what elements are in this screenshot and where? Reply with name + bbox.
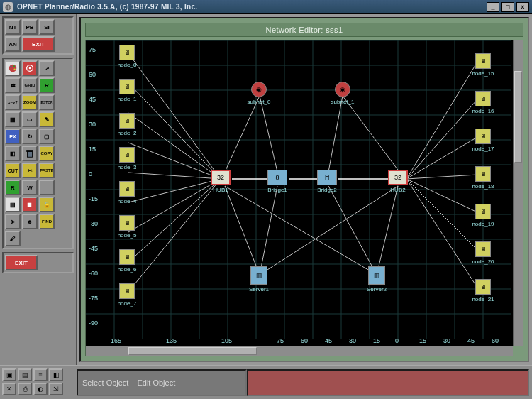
x-tick: -15	[371, 337, 380, 344]
horizontal-scrollbar[interactable]	[86, 346, 513, 356]
scrollbar-thumb[interactable]	[514, 71, 522, 163]
an-button[interactable]: AN	[5, 36, 21, 52]
grid-button[interactable]: GRID	[22, 77, 38, 93]
node-label: node_7	[118, 300, 137, 307]
node-workstation[interactable]: 🖥node_20	[475, 241, 492, 265]
edit-object-label[interactable]: Edit Object	[137, 378, 175, 387]
toolbox-modes: NT PB SI AN EXIT	[2, 16, 74, 55]
node-workstation[interactable]: 🖥node_19	[475, 204, 492, 227]
stop-icon[interactable]: ⏹	[22, 197, 38, 212]
status-print-icon[interactable]: ⎙	[18, 383, 32, 395]
rotate-icon[interactable]: ↻	[22, 129, 38, 144]
node-workstation[interactable]: 🖥node_15	[475, 53, 492, 77]
node-workstation[interactable]: 🖥node_2	[118, 113, 135, 136]
svg-line-57	[406, 175, 477, 179]
x-tick: 30	[443, 337, 450, 344]
exit-mode-button[interactable]: EXIT	[22, 36, 55, 52]
pointer-icon[interactable]: ➤	[5, 214, 21, 229]
nt-button[interactable]: NT	[5, 19, 21, 35]
svg-line-50	[225, 186, 260, 275]
si-button[interactable]: SI	[39, 19, 55, 35]
network-canvas[interactable]: 75604530150-15-30-45-60-75-90 -165-135-1…	[86, 40, 513, 346]
node-workstation[interactable]: 🖥node_17	[475, 129, 492, 152]
window-title: OPNET Planner/Radio 3.5.A, (c) 1987-97 M…	[17, 3, 484, 11]
select-rect-icon[interactable]: ▢	[39, 129, 55, 144]
node-server1[interactable]: ▥ Server1	[250, 266, 267, 293]
status-btn-1[interactable]: ▣	[2, 368, 16, 381]
node-label: node_18	[472, 183, 494, 190]
node-workstation[interactable]: 🖥node_1	[118, 79, 135, 102]
status-btn-4[interactable]: ◧	[49, 368, 63, 381]
node-hub2[interactable]: 32 HUB2	[389, 170, 406, 193]
arrows-icon[interactable]: ⇄	[5, 77, 21, 93]
w-button[interactable]: W	[22, 180, 38, 195]
x-tick: -165	[109, 337, 121, 344]
xy-button[interactable]: x=y?	[5, 94, 21, 110]
node-subnet-0[interactable]: ◉ subnet_0	[250, 82, 267, 105]
appmenu-icon[interactable]: ◍	[3, 2, 13, 12]
target-icon[interactable]	[22, 60, 38, 76]
copy-button[interactable]: COPY	[39, 146, 55, 161]
x-tick: -60	[299, 337, 308, 344]
minimize-button[interactable]: _	[487, 2, 499, 12]
marquee-icon[interactable]: ▭	[22, 111, 38, 127]
editor-title: Network Editor: sss1	[85, 23, 523, 37]
paste-button[interactable]: PASTE	[39, 163, 55, 178]
y-tick: -75	[89, 295, 98, 302]
restore-button[interactable]: RESTORE	[39, 94, 55, 110]
node-server2[interactable]: ▥ Server2	[368, 266, 385, 293]
node-workstation[interactable]: 🖥node_6	[118, 249, 135, 273]
close-button[interactable]: ×	[516, 2, 529, 12]
lock-icon[interactable]: 🔒	[39, 197, 55, 212]
node-label: node_0	[118, 62, 137, 68]
node-workstation[interactable]: 🖥node_4	[118, 181, 135, 204]
status-btn-8[interactable]: ⇲	[49, 383, 63, 395]
pb-button[interactable]: PB	[22, 19, 38, 35]
node-workstation[interactable]: 🖥node_18	[475, 166, 492, 190]
scrollbar-thumb[interactable]	[128, 347, 257, 355]
page-icon[interactable]: ▤	[5, 197, 21, 212]
select-object-label[interactable]: Select Object	[82, 378, 128, 387]
node-workstation[interactable]: 🖥node_16	[475, 91, 492, 114]
find-button[interactable]: FIND	[39, 214, 55, 229]
node-bridge2[interactable]: ⛩ Bridge2	[318, 170, 336, 193]
node-bridge1[interactable]: 8 Bridge1	[269, 170, 286, 193]
node-label: node_19	[472, 221, 494, 227]
scissors-icon[interactable]: ✂	[22, 163, 38, 178]
status-btn-2[interactable]: ▤	[18, 368, 32, 381]
node-workstation[interactable]: 🖥node_0	[118, 45, 135, 68]
tool-misc-icon[interactable]: ◧	[5, 146, 21, 161]
face-icon[interactable]: ☻	[22, 214, 38, 229]
status-btn-5[interactable]: ✕	[2, 383, 16, 395]
subnet-icon: ◉	[335, 82, 350, 97]
r2-button[interactable]: R	[5, 180, 21, 195]
zoom-button[interactable]: ZOOM	[22, 94, 38, 110]
y-tick: -30	[89, 220, 98, 227]
status-bar: ▣ ▤ ≡ ◧ ✕ ⎙ ◐ ⇲ Select Object Edit Objec…	[0, 365, 532, 399]
node-workstation[interactable]: 🖥node_7	[118, 283, 135, 307]
workstation-icon: 🖥	[119, 113, 135, 129]
node-hub1[interactable]: 32 HUB1	[212, 170, 229, 193]
status-btn-3[interactable]: ≡	[33, 368, 48, 381]
blank-tool-1[interactable]	[39, 180, 55, 195]
arrow-up-icon[interactable]: ↗	[39, 60, 55, 76]
workstation-icon: 🖥	[475, 279, 491, 295]
r-button[interactable]: R	[39, 77, 55, 93]
trash-icon[interactable]	[22, 146, 38, 161]
pencil-icon[interactable]: ✎	[39, 111, 55, 127]
vertical-scrollbar[interactable]	[513, 40, 523, 346]
exit-button[interactable]: EXIT	[5, 255, 38, 270]
node-workstation[interactable]: 🖥node_3	[118, 147, 135, 170]
workstation-icon: 🖥	[119, 79, 135, 94]
ex-button[interactable]: EX	[5, 129, 21, 144]
node-workstation[interactable]: 🖥node_5	[118, 215, 135, 239]
maximize-button[interactable]: □	[501, 2, 514, 12]
palette-icon[interactable]	[5, 60, 21, 76]
selection-icon[interactable]: ▦	[5, 111, 21, 127]
cut-button[interactable]: CUT	[5, 163, 21, 178]
x-tick: 15	[419, 337, 426, 344]
node-workstation[interactable]: 🖥node_21	[475, 279, 492, 302]
brush-icon[interactable]: 🖌	[5, 231, 21, 246]
status-btn-7[interactable]: ◐	[33, 383, 48, 395]
node-subnet-1[interactable]: ◉ subnet_1	[334, 82, 351, 105]
